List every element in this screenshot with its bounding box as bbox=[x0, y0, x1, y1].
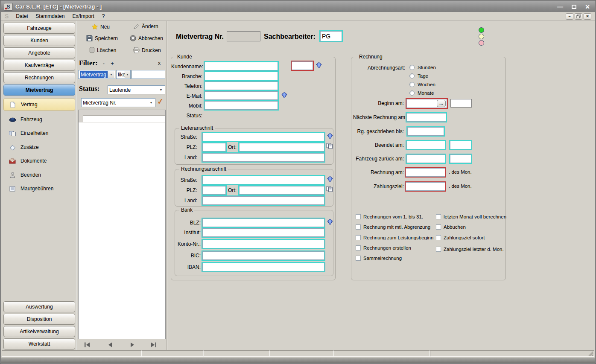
subnav-item-beenden[interactable]: Beenden bbox=[3, 170, 75, 180]
bic-input[interactable] bbox=[202, 251, 324, 260]
rechnung-plz-input[interactable] bbox=[202, 186, 226, 195]
mdi-minimize-button[interactable]: – bbox=[566, 13, 573, 20]
kundennummer-input[interactable] bbox=[292, 61, 313, 70]
rg-geschrieben-input[interactable] bbox=[407, 127, 444, 136]
address-gem-icon[interactable] bbox=[327, 133, 333, 140]
print-button[interactable]: Drucken bbox=[133, 47, 161, 53]
edit-button[interactable]: Ändern bbox=[133, 23, 158, 29]
nav-next-button[interactable] bbox=[129, 342, 137, 348]
subnav-item-fahrzeug[interactable]: Fahrzeug bbox=[3, 114, 75, 125]
checkbox-rechnungen-1-31[interactable] bbox=[356, 214, 361, 219]
checkbox-letzten-monat-voll[interactable] bbox=[436, 214, 441, 219]
radio-stunden[interactable] bbox=[409, 65, 415, 70]
lookup-gem-icon[interactable] bbox=[316, 62, 322, 70]
filter-remove-button[interactable]: - bbox=[101, 60, 107, 67]
new-button[interactable]: Neu bbox=[91, 23, 110, 30]
checkbox-mtl-abgrenzung[interactable] bbox=[356, 224, 361, 230]
zahlungsziel-input[interactable] bbox=[406, 182, 445, 191]
save-button[interactable]: Speichern bbox=[86, 35, 118, 41]
sidebar-item-disposition[interactable]: Disposition bbox=[3, 314, 75, 325]
rechnung-ort-input[interactable] bbox=[239, 186, 324, 195]
email-gem-icon[interactable] bbox=[281, 92, 287, 99]
sidebar-item-kunden[interactable]: Kunden bbox=[3, 35, 75, 46]
subnav-item-mautgebuehren[interactable]: Mautgebühren bbox=[3, 183, 75, 194]
mdi-close-button[interactable]: ✕ bbox=[584, 13, 591, 20]
sidebar-item-artikelverwaltung[interactable]: Artikelverwaltung bbox=[3, 326, 75, 337]
liefer-ort-input[interactable] bbox=[239, 143, 324, 151]
filter-field-dropdown[interactable]: Mietvertrag N ▼ bbox=[78, 70, 115, 79]
status-dropdown[interactable]: Laufende ▼ bbox=[108, 85, 165, 94]
blz-input[interactable] bbox=[202, 218, 324, 227]
beendet-am-input[interactable] bbox=[406, 141, 445, 149]
sidebar-item-fahrzeuge[interactable]: Fahrzeuge bbox=[3, 23, 75, 34]
telefon-input[interactable] bbox=[205, 82, 278, 90]
branche-input[interactable] bbox=[205, 72, 278, 80]
radio-monate[interactable] bbox=[409, 90, 415, 96]
beginn-zeit-input[interactable] bbox=[450, 99, 472, 108]
kundenname-input[interactable] bbox=[205, 62, 278, 70]
liefer-strasse-input[interactable] bbox=[202, 133, 324, 141]
beginn-am-picker-button[interactable]: ... bbox=[437, 100, 446, 107]
radio-tage[interactable] bbox=[409, 73, 415, 79]
checkbox-zahlungsziel-sofort[interactable] bbox=[436, 235, 441, 240]
sidebar-item-werkstatt[interactable]: Werkstatt bbox=[3, 338, 75, 349]
iban-input[interactable] bbox=[202, 263, 324, 271]
beendet-zeit-input[interactable] bbox=[450, 141, 471, 149]
checkbox-zahlungsziel-letzter[interactable] bbox=[436, 247, 441, 252]
checkbox-rechnungen-erstellen[interactable] bbox=[356, 245, 361, 250]
sidebar-item-kaufvertraege[interactable]: Kaufverträge bbox=[3, 60, 75, 71]
bank-gem-icon[interactable] bbox=[327, 219, 333, 226]
address-gem-icon[interactable] bbox=[327, 176, 333, 183]
rechnung-land-input[interactable] bbox=[202, 196, 324, 205]
delete-button[interactable]: Löschen bbox=[89, 47, 116, 53]
subnav-item-zusaetze[interactable]: Zusätze bbox=[3, 142, 75, 152]
subnav-item-vertrag[interactable]: Vertrag bbox=[3, 99, 75, 111]
copy-address-icon[interactable] bbox=[326, 186, 333, 193]
radio-wochen[interactable] bbox=[409, 82, 415, 87]
konto-input[interactable] bbox=[202, 240, 324, 248]
close-button[interactable]: ✕ bbox=[583, 3, 592, 10]
subnav-item-einzelheiten[interactable]: Einzelheiten bbox=[3, 128, 75, 138]
sidebar-item-mietvertrag[interactable]: Mietvertrag bbox=[3, 84, 75, 96]
filter-value-input[interactable] bbox=[131, 70, 165, 79]
checkbox-abbuchen[interactable] bbox=[436, 224, 441, 230]
liefer-plz-input[interactable] bbox=[202, 143, 226, 151]
liefer-land-input[interactable] bbox=[202, 153, 324, 162]
cancel-button[interactable]: Abbrechen bbox=[130, 35, 163, 41]
minimize-button[interactable]: — bbox=[555, 3, 565, 10]
menu-datei[interactable]: Datei bbox=[12, 12, 32, 20]
rechnung-am-input[interactable] bbox=[406, 168, 445, 177]
filter-operator-dropdown[interactable]: like ▼ bbox=[116, 70, 131, 79]
nav-first-button[interactable] bbox=[84, 342, 91, 348]
sidebar-item-angebote[interactable]: Angebote bbox=[3, 47, 75, 58]
copy-address-icon[interactable] bbox=[326, 143, 333, 150]
menu-ex-import[interactable]: Ex/Import bbox=[68, 12, 98, 20]
menu-help[interactable]: ? bbox=[98, 12, 109, 20]
document-icon bbox=[9, 102, 17, 108]
institut-input[interactable] bbox=[202, 228, 324, 237]
nav-prev-button[interactable] bbox=[107, 342, 114, 348]
maximize-button[interactable] bbox=[569, 3, 578, 10]
apply-sort-checkmark-icon[interactable]: ✓ bbox=[157, 96, 164, 106]
record-list[interactable] bbox=[78, 110, 166, 339]
record-list-row[interactable] bbox=[79, 116, 165, 122]
naechste-rechnung-input[interactable] bbox=[406, 113, 446, 122]
rechnung-strasse-input[interactable] bbox=[202, 176, 324, 184]
fahrzeug-zurueck-input[interactable] bbox=[406, 154, 445, 163]
sort-dropdown[interactable]: Mietvertrag Nr. ▼ bbox=[81, 98, 155, 107]
email-input[interactable] bbox=[205, 91, 278, 100]
sidebar-item-auswertung[interactable]: Auswertung bbox=[3, 301, 75, 312]
menu-stammdaten[interactable]: Stammdaten bbox=[32, 12, 68, 20]
filter-close-button[interactable]: x bbox=[156, 60, 162, 66]
mobil-input[interactable] bbox=[205, 101, 278, 110]
subnav-item-dokumente[interactable]: Dokumente bbox=[3, 156, 75, 166]
fahrzeug-zurueck-zeit-input[interactable] bbox=[450, 154, 471, 163]
sidebar-item-rechnungen[interactable]: Rechnungen bbox=[3, 72, 75, 83]
sachbearbeiter-input[interactable] bbox=[320, 31, 342, 41]
nav-last-button[interactable] bbox=[150, 342, 158, 348]
filter-add-button[interactable]: + bbox=[109, 60, 115, 67]
checkbox-sammelrechnung[interactable] bbox=[356, 256, 361, 261]
resize-grip[interactable] bbox=[588, 351, 593, 358]
mdi-restore-button[interactable] bbox=[575, 13, 582, 20]
checkbox-leistungsbeginn[interactable] bbox=[356, 235, 361, 240]
